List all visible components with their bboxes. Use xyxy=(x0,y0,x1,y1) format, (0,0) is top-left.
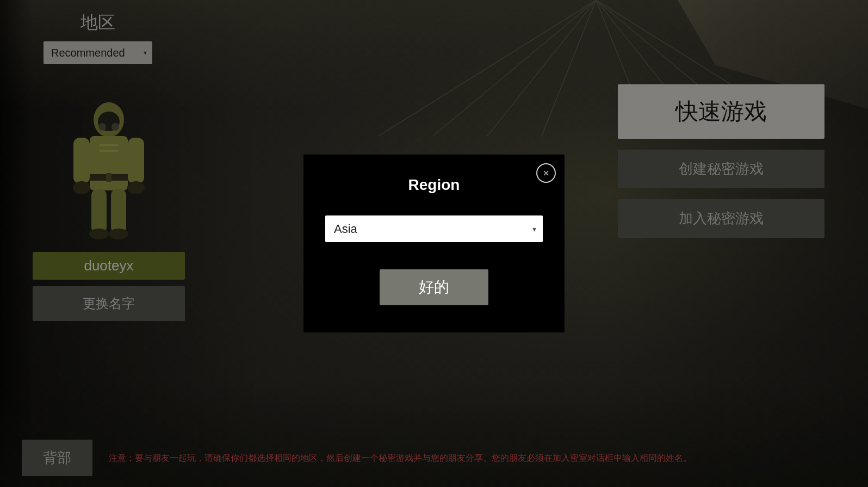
modal-select-wrapper: Asia North America Europe South America … xyxy=(325,215,543,242)
modal-title: Region xyxy=(325,176,543,194)
modal-confirm-button[interactable]: 好的 xyxy=(380,269,488,305)
modal-overlay: × Region Asia North America Europe South… xyxy=(0,0,868,487)
region-modal: × Region Asia North America Europe South… xyxy=(303,155,565,332)
modal-close-button[interactable]: × xyxy=(536,163,556,183)
modal-region-select[interactable]: Asia North America Europe South America … xyxy=(325,215,543,242)
